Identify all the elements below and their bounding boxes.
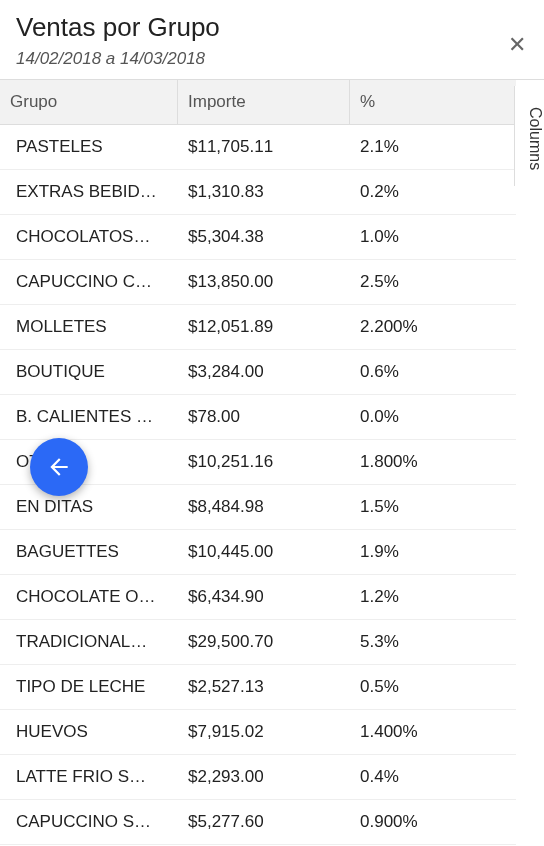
cell-importe: $13,850.00 <box>178 260 350 304</box>
column-header-pct[interactable]: % <box>350 80 516 124</box>
cell-grupo: PASTELES <box>0 125 178 169</box>
cell-pct: 2.200% <box>350 305 516 349</box>
cell-pct: 1.5% <box>350 485 516 529</box>
cell-pct: 0.4% <box>350 755 516 799</box>
cell-pct: 2.5% <box>350 260 516 304</box>
cell-pct: 0.900% <box>350 800 516 844</box>
cell-pct: 5.3% <box>350 620 516 664</box>
cell-importe: $5,304.38 <box>178 215 350 259</box>
table-row[interactable]: CHOCOLATE O…$6,434.901.2% <box>0 575 516 620</box>
cell-importe: $2,527.13 <box>178 665 350 709</box>
cell-pct: 1.2% <box>350 575 516 619</box>
cell-grupo: OT <box>0 440 178 484</box>
table-row[interactable]: BAGUETTES$10,445.001.9% <box>0 530 516 575</box>
table-header-row: Grupo Importe % <box>0 80 516 125</box>
cell-importe: $5,277.60 <box>178 800 350 844</box>
table-row[interactable]: EN DITAS$8,484.981.5% <box>0 485 516 530</box>
cell-importe: $2,293.00 <box>178 755 350 799</box>
cell-grupo: MOLLETES <box>0 305 178 349</box>
cell-importe: $6,434.90 <box>178 575 350 619</box>
table-row[interactable]: CAPUCCINO S…$5,277.600.900% <box>0 800 516 845</box>
cell-importe: $10,251.16 <box>178 440 350 484</box>
cell-importe: $11,705.11 <box>178 125 350 169</box>
cell-importe: $29,500.70 <box>178 620 350 664</box>
cell-grupo: CAPUCCINO S… <box>0 800 178 844</box>
cell-grupo: LATTE FRIO S… <box>0 755 178 799</box>
report-header: Ventas por Grupo 14/02/2018 a 14/03/2018… <box>0 0 544 80</box>
cell-grupo: EXTRAS BEBID… <box>0 170 178 214</box>
cell-importe: $10,445.00 <box>178 530 350 574</box>
date-range: 14/02/2018 a 14/03/2018 <box>16 49 528 69</box>
cell-importe: $1,310.83 <box>178 170 350 214</box>
table-row[interactable]: CAPUCCINO C…$13,850.002.5% <box>0 260 516 305</box>
table-row[interactable]: PASTELES$11,705.112.1% <box>0 125 516 170</box>
cell-pct: 1.800% <box>350 440 516 484</box>
table-row[interactable]: MOLLETES$12,051.892.200% <box>0 305 516 350</box>
cell-grupo: TIPO DE LECHE <box>0 665 178 709</box>
close-button[interactable]: ✕ <box>504 28 530 62</box>
table-row[interactable]: HUEVOS$7,915.021.400% <box>0 710 516 755</box>
cell-pct: 0.6% <box>350 350 516 394</box>
cell-grupo: CHOCOLATE O… <box>0 575 178 619</box>
cell-importe: $3,284.00 <box>178 350 350 394</box>
table-row[interactable]: CHOCOLATOS…$5,304.381.0% <box>0 215 516 260</box>
back-button[interactable] <box>30 438 88 496</box>
arrow-left-icon <box>46 454 72 480</box>
cell-pct: 1.0% <box>350 215 516 259</box>
close-icon: ✕ <box>508 32 526 57</box>
cell-pct: 0.0% <box>350 395 516 439</box>
table-row[interactable]: EXTRAS BEBID…$1,310.830.2% <box>0 170 516 215</box>
cell-grupo: B. CALIENTES … <box>0 395 178 439</box>
table-row[interactable]: B. CALIENTES …$78.000.0% <box>0 395 516 440</box>
cell-pct: 2.1% <box>350 125 516 169</box>
cell-grupo: CAPUCCINO C… <box>0 260 178 304</box>
cell-grupo: TRADICIONAL… <box>0 620 178 664</box>
cell-grupo: HUEVOS <box>0 710 178 754</box>
cell-importe: $7,915.02 <box>178 710 350 754</box>
cell-importe: $78.00 <box>178 395 350 439</box>
cell-importe: $12,051.89 <box>178 305 350 349</box>
column-header-grupo[interactable]: Grupo <box>0 80 178 124</box>
cell-grupo: BAGUETTES <box>0 530 178 574</box>
table-row[interactable]: TIPO DE LECHE$2,527.130.5% <box>0 665 516 710</box>
column-header-importe[interactable]: Importe <box>178 80 350 124</box>
cell-importe: $8,484.98 <box>178 485 350 529</box>
columns-panel-toggle[interactable]: Columns <box>514 86 544 186</box>
table-row[interactable]: TRADICIONAL…$29,500.705.3% <box>0 620 516 665</box>
cell-pct: 1.9% <box>350 530 516 574</box>
table-row[interactable]: LATTE FRIO S…$2,293.000.4% <box>0 755 516 800</box>
cell-pct: 0.5% <box>350 665 516 709</box>
cell-grupo: BOUTIQUE <box>0 350 178 394</box>
cell-grupo: CHOCOLATOS… <box>0 215 178 259</box>
table-row[interactable]: BOUTIQUE$3,284.000.6% <box>0 350 516 395</box>
cell-pct: 0.2% <box>350 170 516 214</box>
cell-pct: 1.400% <box>350 710 516 754</box>
page-title: Ventas por Grupo <box>16 12 528 43</box>
cell-grupo: EN DITAS <box>0 485 178 529</box>
